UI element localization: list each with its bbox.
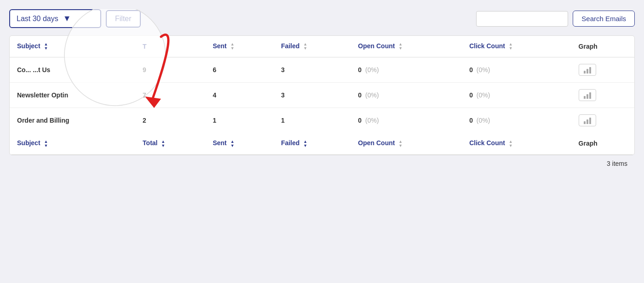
cell-open-count: 0 (0%)	[351, 83, 462, 108]
cell-click-count: 0 (0%)	[462, 83, 571, 108]
sort-failed-footer-icon[interactable]: ▲ ▼	[303, 140, 307, 148]
sort-sent-footer-icon[interactable]: ▲ ▼	[230, 140, 235, 148]
footer-total[interactable]: Total ▲ ▼	[135, 133, 205, 154]
sort-total-footer-icon[interactable]: ▲ ▼	[161, 140, 165, 148]
chevron-down-icon: ▼	[63, 14, 71, 23]
cell-total: 2	[135, 108, 205, 133]
graph-button[interactable]	[579, 64, 596, 76]
filter-button[interactable]: Filter	[106, 10, 141, 28]
cell-total: 9	[135, 57, 205, 83]
col-header-failed[interactable]: Failed ▲ ▼	[274, 36, 351, 57]
cell-open-count: 0 (0%)	[351, 108, 462, 133]
col-header-click-count[interactable]: Click Count ▲ ▼	[462, 36, 571, 57]
cell-subject: Co... ...t Us	[10, 57, 135, 83]
bar-chart-icon	[584, 91, 591, 99]
table-row: Co... ...t Us 9 6 3 0 (0%) 0 (0%)	[10, 57, 634, 83]
item-count-row: 3 items	[9, 155, 635, 172]
cell-click-count: 0 (0%)	[462, 108, 571, 133]
footer-open-count[interactable]: Open Count ▲ ▼	[351, 133, 462, 154]
table-footer-row: Subject ▲ ▼ Total ▲ ▼ Se	[10, 133, 634, 154]
cell-graph	[571, 57, 634, 83]
table-header-row: Subject ▲ ▼ T Sent ▲ ▼	[10, 36, 634, 57]
col-header-subject[interactable]: Subject ▲ ▼	[10, 36, 135, 57]
toolbar-left: Last 30 days ▼ Filter	[9, 9, 141, 28]
cell-failed: 3	[274, 57, 351, 83]
toolbar: Last 30 days ▼ Filter Search Emails	[9, 9, 635, 28]
emails-table-wrapper: Subject ▲ ▼ T Sent ▲ ▼	[9, 35, 635, 155]
bar-chart-icon	[584, 66, 591, 74]
sort-subject-icon[interactable]: ▲ ▼	[44, 42, 48, 51]
item-count: 3 items	[607, 160, 627, 167]
date-range-selector[interactable]: Last 30 days ▼	[9, 9, 101, 28]
col-header-graph: Graph	[571, 36, 634, 57]
cell-sent: 1	[205, 108, 273, 133]
sort-subject-footer-icon[interactable]: ▲ ▼	[44, 140, 48, 148]
table-row: Newsletter Optin 7 4 3 0 (0%) 0 (0%)	[10, 83, 634, 108]
footer-sent[interactable]: Sent ▲ ▼	[205, 133, 273, 154]
graph-button[interactable]	[579, 89, 596, 101]
table-row: Order and Billing 2 1 1 0 (0%) 0 (0%)	[10, 108, 634, 133]
cell-graph	[571, 108, 634, 133]
col-header-sent[interactable]: Sent ▲ ▼	[205, 36, 273, 57]
emails-table: Subject ▲ ▼ T Sent ▲ ▼	[10, 36, 634, 155]
search-emails-button[interactable]: Search Emails	[573, 11, 635, 27]
sort-click-footer-icon[interactable]: ▲ ▼	[509, 140, 513, 148]
sort-failed-icon[interactable]: ▲ ▼	[303, 42, 307, 51]
cell-sent: 4	[205, 83, 273, 108]
cell-graph	[571, 83, 634, 108]
toolbar-right: Search Emails	[476, 11, 635, 27]
footer-graph: Graph	[571, 133, 634, 154]
col-header-open-count[interactable]: Open Count ▲ ▼	[351, 36, 462, 57]
sort-sent-icon[interactable]: ▲ ▼	[230, 42, 235, 51]
footer-click-count[interactable]: Click Count ▲ ▼	[462, 133, 571, 154]
footer-failed[interactable]: Failed ▲ ▼	[274, 133, 351, 154]
cell-total: 7	[135, 83, 205, 108]
cell-sent: 6	[205, 57, 273, 83]
sort-click-icon[interactable]: ▲ ▼	[509, 42, 513, 51]
graph-button[interactable]	[579, 114, 596, 126]
date-range-label: Last 30 days	[17, 15, 58, 23]
cell-click-count: 0 (0%)	[462, 57, 571, 83]
footer-subject[interactable]: Subject ▲ ▼	[10, 133, 135, 154]
sort-open-footer-icon[interactable]: ▲ ▼	[398, 140, 402, 148]
cell-failed: 1	[274, 108, 351, 133]
search-input[interactable]	[476, 11, 568, 27]
cell-subject: Order and Billing	[10, 108, 135, 133]
cell-subject: Newsletter Optin	[10, 83, 135, 108]
bar-chart-icon	[584, 117, 591, 124]
cell-open-count: 0 (0%)	[351, 57, 462, 83]
cell-failed: 3	[274, 83, 351, 108]
col-header-total[interactable]: T	[135, 36, 205, 57]
sort-open-icon[interactable]: ▲ ▼	[398, 42, 402, 51]
